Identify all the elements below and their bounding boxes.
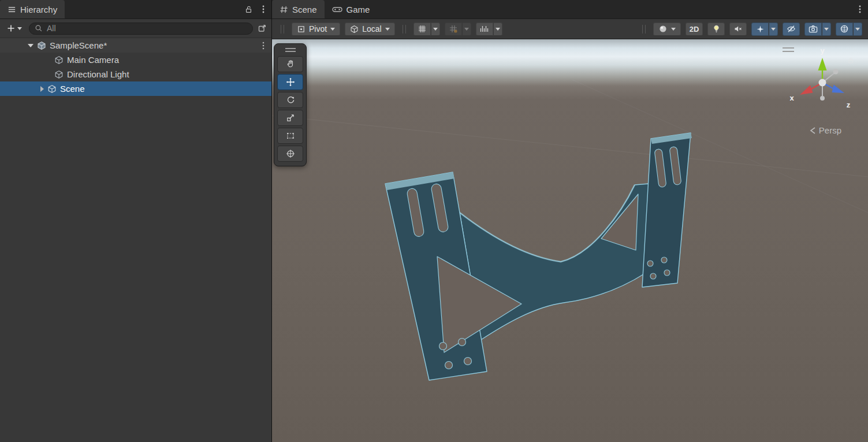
open-search-window-icon[interactable] — [258, 24, 267, 33]
rect-tool-button[interactable] — [277, 128, 303, 144]
scene-tabbar: Scene Game — [272, 0, 868, 19]
game-tab-gamepad-icon — [332, 5, 342, 13]
audio-toggle[interactable] — [729, 23, 747, 36]
hand-tool-button[interactable] — [277, 56, 303, 72]
gizmo-x-cone[interactable] — [800, 86, 813, 95]
axis-label-x: x — [789, 94, 794, 102]
effects-toggle[interactable] — [751, 23, 769, 36]
toolbar-drag-handle[interactable] — [403, 25, 406, 34]
chevron-down-icon — [855, 28, 860, 31]
create-object-button[interactable] — [5, 23, 24, 34]
chevron-left-icon — [809, 127, 816, 135]
scene-panel: Scene Game Pivot Local — [272, 0, 868, 442]
2d-toggle[interactable]: 2D — [686, 23, 703, 36]
toolbar-drag-handle[interactable] — [642, 25, 646, 34]
move-tool-button[interactable] — [277, 74, 303, 90]
chevron-down-icon — [496, 28, 500, 31]
scale-tool-icon — [286, 113, 295, 122]
scene-tab-actions — [859, 0, 868, 18]
toolbar-drag-handle[interactable] — [281, 25, 284, 34]
grid-icon — [418, 24, 427, 34]
handle-rotation-dropdown[interactable]: Local — [345, 23, 394, 36]
tree-row-label: Main Camera — [67, 55, 119, 65]
plus-icon — [7, 24, 15, 32]
palette-drag-handle[interactable] — [274, 46, 306, 54]
grid-visibility-group — [413, 23, 440, 36]
snap-increment-group — [476, 23, 502, 36]
gizmos-dropdown[interactable] — [853, 23, 862, 36]
tool-palette — [274, 43, 307, 166]
hierarchy-list-icon — [8, 5, 16, 14]
scene-tab-grid-icon — [280, 5, 288, 14]
chevron-down-icon — [330, 28, 335, 31]
pivot-dropdown[interactable]: Pivot — [292, 23, 340, 36]
gizmos-globe-icon — [840, 24, 849, 34]
scale-tool-button[interactable] — [277, 110, 303, 126]
chevron-down-icon — [433, 28, 438, 31]
lighting-toggle[interactable] — [707, 23, 725, 36]
gizmo-center-ball[interactable] — [819, 79, 826, 87]
scene-visibility-toggle[interactable] — [783, 23, 800, 36]
chevron-down-icon — [771, 28, 776, 31]
grid-visibility-dropdown[interactable] — [431, 23, 440, 36]
snap-toggle[interactable] — [445, 23, 462, 36]
eye-crossed-icon — [787, 24, 796, 34]
gizmo-negative-axis-knob[interactable] — [833, 69, 839, 75]
effects-sparkle-icon — [756, 25, 765, 34]
shading-mode-dropdown[interactable] — [653, 23, 681, 36]
snap-dropdown[interactable] — [462, 23, 471, 36]
grid-visibility-toggle[interactable] — [413, 23, 431, 36]
hierarchy-panel: Hierarchy All — [0, 0, 272, 442]
snap-group — [445, 23, 471, 36]
foldout-closed-icon[interactable] — [40, 86, 44, 92]
tab-hierarchy[interactable]: Hierarchy — [0, 0, 65, 18]
axis-label-y: y — [820, 46, 825, 55]
kebab-menu-icon[interactable] — [262, 5, 265, 14]
tree-row-scene-selected[interactable]: Scene — [0, 81, 271, 96]
gizmos-toggle[interactable] — [836, 23, 853, 36]
gizmo-y-cone[interactable] — [818, 58, 827, 70]
gizmo-negative-axis-knob[interactable] — [820, 96, 825, 101]
cube-icon — [54, 55, 64, 65]
scene-orientation-gizmo[interactable]: y x z — [780, 45, 861, 120]
grid-line — [272, 116, 868, 177]
effects-dropdown[interactable] — [769, 23, 778, 36]
kebab-menu-icon[interactable] — [859, 5, 861, 14]
tree-row-label: Directional Light — [67, 69, 129, 79]
gizmos-group — [836, 23, 862, 36]
foldout-open-icon[interactable] — [28, 44, 33, 47]
hierarchy-tab-actions — [244, 0, 271, 18]
tree-row-main-camera[interactable]: Main Camera — [0, 53, 271, 67]
tab-scene[interactable]: Scene — [272, 0, 325, 18]
move-tool-icon — [286, 77, 295, 87]
hierarchy-toolbar: All — [0, 19, 271, 38]
camera-settings-dropdown[interactable] — [822, 23, 831, 36]
camera-icon — [809, 25, 818, 33]
tree-row-label: SampleScene* — [50, 40, 107, 50]
transform-tool-button[interactable] — [277, 146, 303, 162]
scene-object-bracket[interactable] — [385, 133, 692, 380]
scene-toolbar: Pivot Local — [272, 19, 868, 39]
snap-increment-dropdown[interactable] — [493, 23, 502, 36]
tree-row-label: Scene — [60, 84, 85, 94]
tab-game[interactable]: Game — [325, 0, 378, 18]
search-input[interactable]: All — [29, 23, 253, 35]
gizmo-z-cone[interactable] — [832, 85, 845, 94]
local-label: Local — [362, 24, 381, 34]
tree-row-scene-root[interactable]: SampleScene* — [0, 38, 271, 53]
snap-increment-toggle[interactable] — [476, 23, 493, 36]
kebab-menu-icon[interactable] — [262, 41, 265, 50]
tab-hierarchy-label: Hierarchy — [20, 5, 57, 14]
cube-icon — [54, 70, 64, 79]
tree-row-directional-light[interactable]: Directional Light — [0, 67, 271, 81]
axis-label-z: z — [847, 101, 851, 109]
search-placeholder: All — [47, 24, 56, 33]
rotate-tool-button[interactable] — [277, 92, 303, 108]
camera-settings-button[interactable] — [804, 23, 822, 36]
unlock-icon[interactable] — [244, 5, 253, 14]
scene-viewport[interactable]: y x z Persp — [272, 39, 868, 442]
hierarchy-tabbar: Hierarchy — [0, 0, 271, 19]
hierarchy-tree: SampleScene* Main Camera Directional Lig… — [0, 38, 271, 96]
projection-mode-toggle[interactable]: Persp — [809, 125, 841, 135]
tab-scene-label: Scene — [292, 5, 317, 14]
